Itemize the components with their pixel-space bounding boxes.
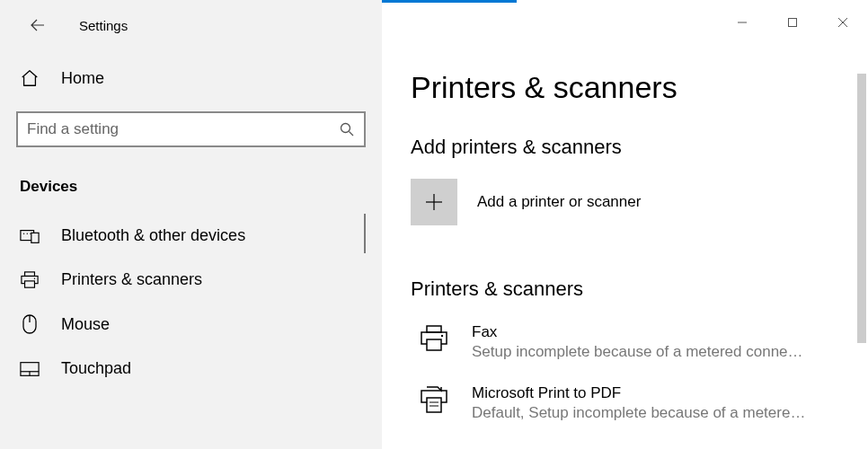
printer-text: Microsoft Print to PDF Default, Setup in… bbox=[472, 383, 805, 423]
svg-rect-7 bbox=[25, 271, 35, 276]
add-tile bbox=[411, 179, 457, 225]
close-button[interactable] bbox=[818, 7, 868, 38]
page-title: Printers & scanners bbox=[411, 70, 832, 105]
printer-text: Fax Setup incomplete because of a metere… bbox=[472, 322, 803, 362]
search-box[interactable] bbox=[16, 111, 366, 147]
printer-status: Default, Setup incomplete because of a m… bbox=[472, 403, 805, 423]
window-controls bbox=[717, 7, 868, 38]
sidebar-section-header: Devices bbox=[16, 178, 366, 214]
main-panel: Printers & scanners Add printers & scann… bbox=[382, 0, 868, 449]
sidebar-item-bluetooth[interactable]: Bluetooth & other devices bbox=[16, 214, 366, 258]
minimize-icon bbox=[737, 17, 748, 28]
search-input[interactable] bbox=[27, 120, 339, 138]
titlebar: Settings bbox=[0, 0, 382, 59]
accent-strip bbox=[382, 0, 517, 3]
printer-item[interactable]: Microsoft Print to PDF Default, Setup in… bbox=[411, 376, 832, 437]
touchpad-icon bbox=[20, 361, 40, 377]
sidebar-item-label: Printers & scanners bbox=[61, 270, 202, 289]
mouse-icon bbox=[20, 314, 40, 334]
add-label: Add a printer or scanner bbox=[477, 193, 641, 211]
printer-pdf-icon bbox=[416, 383, 452, 414]
sidebar-nav: Bluetooth & other devices Printers & sca… bbox=[16, 214, 366, 391]
add-section-title: Add printers & scanners bbox=[411, 136, 832, 159]
search-icon bbox=[339, 121, 355, 137]
svg-point-6 bbox=[30, 233, 31, 233]
minimize-button[interactable] bbox=[717, 7, 767, 38]
sidebar-item-mouse[interactable]: Mouse bbox=[16, 302, 366, 347]
svg-rect-27 bbox=[427, 398, 441, 412]
svg-point-0 bbox=[341, 124, 350, 133]
main-body: Printers & scanners Add printers & scann… bbox=[382, 0, 868, 437]
svg-point-10 bbox=[34, 277, 35, 278]
sidebar-body: Home Devices Bluetooth & other devices bbox=[0, 59, 382, 391]
scrollbar[interactable] bbox=[857, 74, 866, 449]
list-section-title: Printers & scanners bbox=[411, 277, 832, 301]
svg-rect-17 bbox=[789, 19, 797, 27]
printer-status: Setup incomplete because of a metered co… bbox=[472, 342, 803, 362]
svg-rect-3 bbox=[31, 233, 39, 242]
sidebar-item-label: Touchpad bbox=[61, 359, 131, 378]
sidebar-item-home[interactable]: Home bbox=[16, 59, 366, 111]
svg-point-25 bbox=[441, 335, 443, 337]
printer-item[interactable]: Fax Setup incomplete because of a metere… bbox=[411, 315, 832, 376]
svg-point-4 bbox=[23, 233, 24, 233]
arrow-left-icon bbox=[31, 18, 45, 32]
svg-line-1 bbox=[350, 132, 354, 136]
sidebar-item-label: Home bbox=[61, 69, 104, 88]
scrollbar-thumb[interactable] bbox=[857, 74, 866, 343]
sidebar-item-label: Bluetooth & other devices bbox=[61, 226, 245, 245]
printer-icon bbox=[20, 271, 40, 289]
app-title: Settings bbox=[79, 18, 128, 33]
devices-icon bbox=[20, 228, 40, 244]
add-printer-row[interactable]: Add a printer or scanner bbox=[411, 179, 832, 225]
svg-rect-24 bbox=[427, 339, 441, 350]
home-icon bbox=[20, 68, 40, 88]
svg-point-5 bbox=[27, 233, 28, 233]
svg-rect-9 bbox=[25, 280, 35, 286]
close-icon bbox=[837, 17, 848, 28]
printer-name: Fax bbox=[472, 322, 803, 342]
sidebar: Settings Home Devices Bluetooth & other … bbox=[0, 0, 382, 449]
back-button[interactable] bbox=[29, 16, 47, 34]
maximize-icon bbox=[787, 17, 798, 28]
sidebar-item-touchpad[interactable]: Touchpad bbox=[16, 347, 366, 391]
sidebar-item-label: Mouse bbox=[61, 315, 110, 334]
maximize-button[interactable] bbox=[767, 7, 818, 38]
sidebar-item-printers[interactable]: Printers & scanners bbox=[16, 258, 366, 302]
plus-icon bbox=[424, 192, 444, 212]
svg-rect-22 bbox=[427, 326, 441, 332]
printer-name: Microsoft Print to PDF bbox=[472, 383, 805, 403]
printer-icon bbox=[416, 322, 452, 353]
